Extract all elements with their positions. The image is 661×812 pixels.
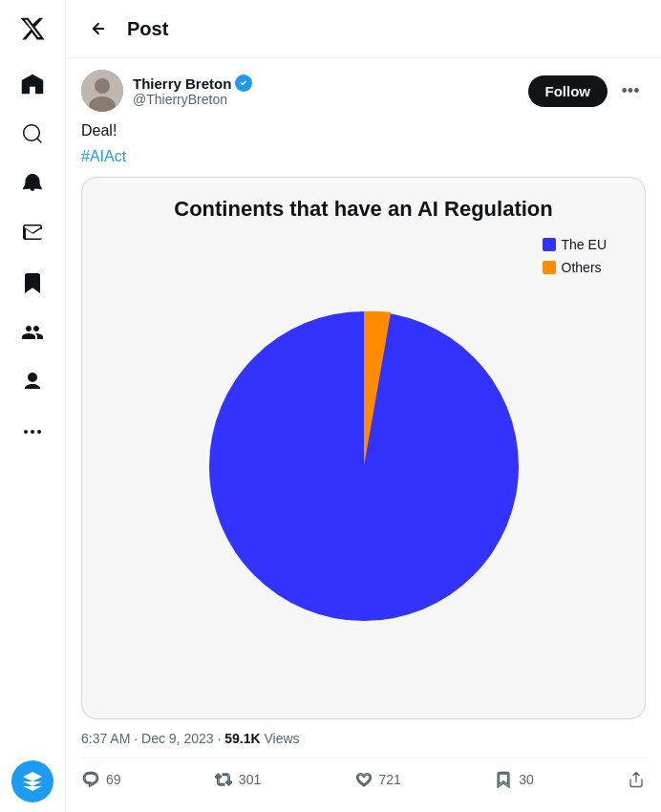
sidebar-item-messages[interactable] (10, 210, 55, 256)
author-right: Follow ••• (528, 75, 647, 107)
chart-card: Continents that have an AI Regulation Th… (81, 177, 646, 719)
comment-icon (81, 770, 100, 789)
retweet-button[interactable]: 301 (214, 770, 261, 789)
post-timestamp: 6:37 AM · Dec 9, 2023 · 59.1K Views (81, 731, 646, 746)
author-left: Thierry Breton @ThierryBreton (81, 70, 252, 112)
like-button[interactable]: 721 (354, 770, 401, 789)
legend-item-eu: The EU (543, 237, 607, 252)
post-header: Post (66, 0, 661, 58)
legend-color-eu (543, 238, 556, 251)
post-text: Deal! (81, 119, 646, 142)
legend-label-others: Others (562, 260, 602, 275)
legend-color-others (543, 261, 556, 274)
bookmark-count: 30 (519, 772, 534, 787)
sidebar-item-search[interactable] (10, 111, 55, 157)
comment-count: 69 (106, 772, 121, 787)
back-button[interactable] (81, 11, 116, 46)
main-content: Post Thierry Bret (65, 0, 661, 812)
svg-point-1 (31, 430, 34, 434)
retweet-icon (214, 770, 233, 789)
verified-icon (235, 75, 252, 92)
header-title: Post (127, 18, 168, 40)
chart-title: Continents that have an AI Regulation (101, 197, 626, 222)
sidebar-item-bookmarks[interactable] (10, 260, 55, 306)
pie-chart (192, 294, 536, 638)
views-count: 59.1K (224, 731, 260, 746)
sidebar-item-profile[interactable] (10, 359, 55, 405)
author-info: Thierry Breton @ThierryBreton (133, 75, 252, 107)
avatar-image (81, 70, 123, 112)
share-button[interactable] (627, 770, 646, 789)
bookmark-button[interactable]: 30 (494, 770, 534, 789)
more-options-button[interactable]: ••• (615, 75, 646, 106)
heart-icon (354, 770, 373, 789)
retweet-count: 301 (239, 772, 261, 787)
author-name-row: Thierry Breton (133, 75, 252, 92)
svg-point-0 (24, 430, 28, 434)
sidebar (0, 0, 65, 812)
chart-legend: The EU Others (543, 237, 607, 275)
post-hashtag[interactable]: #AIAct (81, 148, 646, 165)
author-handle: @ThierryBreton (133, 92, 252, 107)
legend-item-others: Others (543, 260, 607, 275)
chart-area: The EU Others (101, 237, 626, 695)
views-label: Views (264, 731, 299, 746)
bookmark-icon (494, 770, 513, 789)
sidebar-item-notifications[interactable] (10, 160, 55, 206)
svg-point-2 (37, 430, 41, 434)
comment-button[interactable]: 69 (81, 770, 121, 789)
legend-label-eu: The EU (562, 237, 607, 252)
author-name: Thierry Breton (133, 75, 231, 92)
author-row: Thierry Breton @ThierryBreton Follow ••• (81, 70, 646, 112)
like-count: 721 (379, 772, 401, 787)
share-icon (627, 770, 646, 789)
sidebar-item-premium[interactable] (11, 760, 53, 802)
post-container: Thierry Breton @ThierryBreton Follow •••… (66, 58, 661, 801)
logo[interactable] (13, 10, 52, 48)
engagement-bar: 69 301 721 30 (81, 758, 646, 789)
sidebar-item-home[interactable] (10, 61, 55, 107)
timestamp-text: 6:37 AM · Dec 9, 2023 (81, 731, 214, 746)
avatar (81, 70, 123, 112)
sidebar-item-communities[interactable] (10, 310, 55, 355)
sidebar-item-more[interactable] (10, 409, 55, 455)
follow-button[interactable]: Follow (528, 75, 608, 107)
svg-point-4 (95, 78, 110, 94)
